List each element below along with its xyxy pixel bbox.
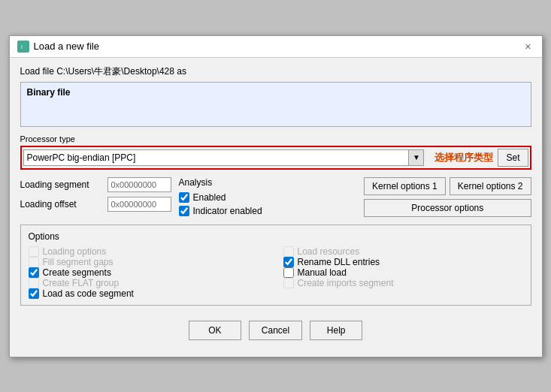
kernel-options-2-button[interactable]: Kernel options 2 [450,177,531,195]
load-resources-label: Load resources [298,246,360,257]
set-button[interactable]: Set [498,149,528,167]
create-flat-label: Create FLAT group [43,278,120,288]
dialog-footer: OK Cancel Help [20,315,531,349]
processor-type-label: Processor type [20,134,531,143]
processor-select-wrapper: PowerPC big-endian [PPC] ▼ [23,149,425,166]
load-code-segment-label: Load as code segment [43,288,134,299]
processor-options-button[interactable]: Processor options [364,199,531,217]
load-path-label: Load file C:\Users\牛君豪\Desktop\428 as [20,65,531,78]
manual-load-checkbox[interactable] [283,267,294,278]
title-bar: I Load a new file × [10,36,542,58]
loading-offset-input[interactable] [107,197,171,212]
options-left-column: Loading options Fill segment gaps Create… [29,246,268,299]
rename-dll-checkbox[interactable] [283,257,294,267]
indicator-checkbox[interactable] [179,206,189,216]
loading-options-row: Loading options [29,246,268,257]
loading-options-checkbox[interactable] [29,246,39,257]
load-code-segment-row: Load as code segment [29,288,268,299]
file-type-box[interactable]: Binary file [20,82,531,127]
processor-type-row: PowerPC big-endian [PPC] ▼ 选择程序类型 Set [20,146,531,170]
manual-load-label: Manual load [298,267,347,278]
rename-dll-row: Rename DLL entries [283,257,523,267]
create-segments-checkbox[interactable] [29,267,39,278]
fill-segment-gaps-label: Fill segment gaps [43,257,114,267]
load-new-file-dialog: I Load a new file × Load file C:\Users\牛… [9,35,543,357]
rename-dll-label: Rename DLL entries [298,257,380,267]
file-type-value: Binary file [27,87,71,98]
enabled-row: Enabled [179,192,299,203]
enabled-label: Enabled [193,192,226,203]
create-imports-label: Create imports segment [298,278,394,288]
loading-offset-row: Loading offset [20,197,171,212]
options-title: Options [29,231,523,242]
dropdown-arrow-icon[interactable]: ▼ [409,149,424,166]
fill-segment-gaps-row: Fill segment gaps [29,257,268,267]
loading-segment-label: Loading segment [20,179,103,190]
analysis-title: Analysis [179,177,299,188]
loading-segment-row: Loading segment [20,177,171,192]
cancel-button[interactable]: Cancel [249,321,302,340]
dialog-icon: I [17,41,29,53]
middle-section: Loading segment Loading offset Analysis … [20,177,531,217]
kernel-row: Kernel options 1 Kernel options 2 [364,177,531,195]
indicator-row: Indicator enabled [179,206,299,216]
right-buttons: Kernel options 1 Kernel options 2 Proces… [364,177,531,217]
load-resources-row: Load resources [283,246,523,257]
close-button[interactable]: × [522,41,534,52]
enabled-checkbox[interactable] [179,192,189,203]
create-imports-checkbox[interactable] [283,278,294,288]
hint-text: 选择程序类型 [434,151,493,164]
indicator-label: Indicator enabled [193,206,262,216]
create-flat-row: Create FLAT group [29,278,268,288]
dialog-title: Load a new file [34,41,99,52]
analysis-section: Analysis Enabled Indicator enabled [179,177,299,217]
ok-button[interactable]: OK [189,321,241,340]
manual-load-row: Manual load [283,267,523,278]
dialog-content: Load file C:\Users\牛君豪\Desktop\428 as Bi… [10,58,542,357]
kernel-options-1-button[interactable]: Kernel options 1 [364,177,446,195]
create-flat-checkbox[interactable] [29,278,39,288]
svg-text:I: I [21,44,23,50]
loading-segment-input[interactable] [107,177,171,192]
processor-select[interactable]: PowerPC big-endian [PPC] [23,149,410,166]
options-right-column: Load resources Rename DLL entries Manual… [283,246,523,299]
create-imports-row: Create imports segment [283,278,523,288]
load-resources-checkbox[interactable] [283,246,294,257]
loading-offset-label: Loading offset [20,199,103,210]
left-fields: Loading segment Loading offset [20,177,171,217]
create-segments-label: Create segments [43,267,111,278]
options-group: Options Loading options Fill segment gap… [20,225,531,306]
help-button[interactable]: Help [310,321,362,340]
load-code-segment-checkbox[interactable] [29,288,39,299]
create-segments-row: Create segments [29,267,268,278]
options-grid: Loading options Fill segment gaps Create… [29,246,523,299]
loading-options-label: Loading options [43,246,107,257]
fill-segment-gaps-checkbox[interactable] [29,257,39,267]
title-bar-left: I Load a new file [17,41,99,53]
